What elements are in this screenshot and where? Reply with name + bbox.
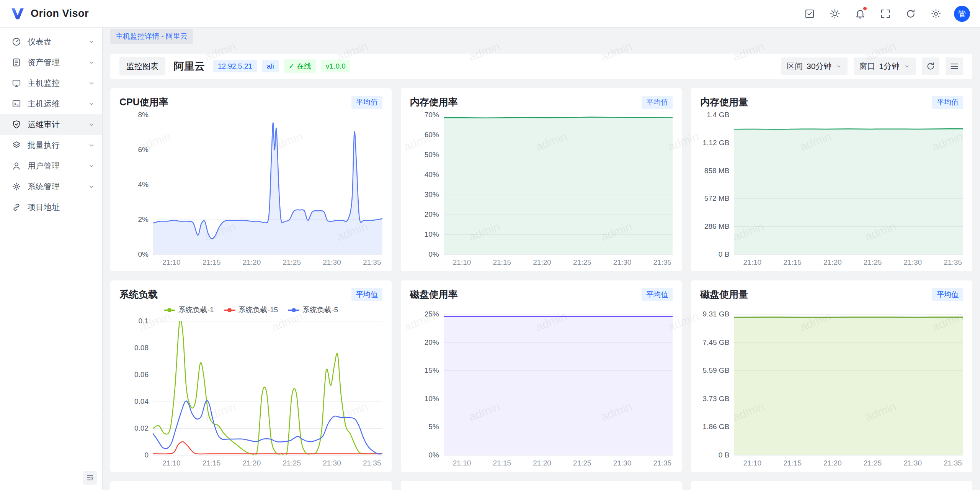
monitor-chart-button[interactable]: 监控图表 xyxy=(119,57,165,75)
x-axis-labels: 21:1021:1521:2021:2521:3021:35 xyxy=(444,254,673,267)
chart-title: 磁盘使用量 xyxy=(700,288,748,301)
sidebar-item-label: 仪表盘 xyxy=(28,36,88,47)
interval-select[interactable]: 区间30分钟 xyxy=(781,57,848,75)
fullscreen-icon xyxy=(880,8,891,20)
chart-card-partial xyxy=(401,481,682,490)
chevron-down-icon xyxy=(88,183,95,190)
sidebar-item-audit[interactable]: 运维审计 xyxy=(0,114,102,135)
theme-icon xyxy=(829,8,841,20)
chart-plot-area xyxy=(734,314,963,455)
sidebar-item-host-ops[interactable]: 主机运维 xyxy=(0,93,102,114)
legend-marker-icon xyxy=(288,308,299,312)
notifications-button[interactable] xyxy=(852,6,868,22)
refresh-button[interactable] xyxy=(903,6,919,22)
aggregation-tag: 平均值 xyxy=(642,96,673,109)
page-body: 监控图表 阿里云 12.92.5.21ali✓ 在线v1.0.0 区间30分钟窗… xyxy=(103,54,980,490)
settings-button[interactable] xyxy=(928,6,944,22)
sidebar-item-label: 主机监控 xyxy=(28,78,88,88)
notification-badge xyxy=(863,7,867,10)
sidebar-item-label: 主机运维 xyxy=(28,98,88,109)
legend-item[interactable]: 系统负载-15 xyxy=(224,305,278,315)
window-select[interactable]: 窗口1分钟 xyxy=(854,57,916,75)
legend-label: 系统负载-15 xyxy=(238,305,278,315)
chart-card: 磁盘使用量平均值9.31 GB7.45 GB5.59 GB3.73 GB1.86… xyxy=(691,280,972,472)
legend-item[interactable]: 系统负载-5 xyxy=(288,305,338,315)
chart-legend: 系统负载-1系统负载-15系统负载-5 xyxy=(119,305,382,315)
check-square-button[interactable] xyxy=(802,6,818,22)
chart-plot-area xyxy=(444,314,673,455)
check-square-icon xyxy=(804,8,815,20)
aggregation-tag: 平均值 xyxy=(932,96,963,109)
refresh-icon xyxy=(905,8,916,20)
legend-marker-icon xyxy=(164,308,175,312)
user-avatar[interactable]: 管 xyxy=(954,6,970,22)
asset-icon xyxy=(11,57,21,67)
host-ops-icon xyxy=(11,99,21,109)
chart-card-partial xyxy=(110,481,392,490)
sidebar-item-asset[interactable]: 资产管理 xyxy=(0,52,102,73)
settings-icon xyxy=(930,8,942,20)
menu-button[interactable] xyxy=(946,57,963,75)
topbar-right: 管 xyxy=(802,6,970,22)
select-label: 窗口 xyxy=(859,61,875,72)
legend-item[interactable]: 系统负载-1 xyxy=(164,305,214,315)
breadcrumb-item[interactable]: 主机监控详情 - 阿里云 xyxy=(110,29,193,44)
fullscreen-button[interactable] xyxy=(877,6,893,22)
chevron-down-icon xyxy=(835,63,842,70)
chart-series-svg xyxy=(153,115,382,254)
app-logo-icon xyxy=(10,6,25,21)
chart-title: 内存使用率 xyxy=(410,96,458,108)
sidebar-item-dashboard[interactable]: 仪表盘 xyxy=(0,31,102,52)
chevron-down-icon xyxy=(88,121,95,128)
chart-series-svg xyxy=(444,314,673,455)
link-icon xyxy=(11,202,21,212)
chevron-down-icon xyxy=(903,63,910,70)
select-value: 30分钟 xyxy=(807,61,831,72)
chevron-down-icon xyxy=(88,100,95,108)
topbar-actions xyxy=(802,6,944,22)
chart-title: 内存使用量 xyxy=(700,96,748,108)
refresh-button[interactable] xyxy=(922,57,939,75)
y-axis-labels: 8%6%4%2%0% xyxy=(119,115,153,254)
sidebar-item-host-monitor[interactable]: 主机监控 xyxy=(0,73,102,93)
x-axis-labels: 21:1021:1521:2021:2521:3021:35 xyxy=(444,455,673,468)
sidebar-item-label: 资产管理 xyxy=(28,57,88,68)
chevron-down-icon xyxy=(88,79,95,87)
chart-card: 内存使用量平均值1.4 GB1.12 GB858 MB572 MB286 MB0… xyxy=(691,88,972,271)
topbar: Orion Visor 管 xyxy=(0,0,980,28)
chevron-down-icon xyxy=(88,162,95,170)
theme-button[interactable] xyxy=(827,6,843,22)
chart-title: 系统负载 xyxy=(119,288,158,301)
main-content: 主机监控详情 - 阿里云 监控图表 阿里云 12.92.5.21ali✓ 在线v… xyxy=(103,28,980,490)
host-tag: ✓ 在线 xyxy=(284,59,316,73)
chevron-down-icon xyxy=(88,59,95,66)
y-axis-labels: 1.4 GB1.12 GB858 MB572 MB286 MB0 B xyxy=(700,115,734,254)
sidebar-item-label: 用户管理 xyxy=(28,161,88,171)
chart-series-svg xyxy=(153,321,382,455)
chart-plot-area xyxy=(153,115,382,254)
host-tag: 12.92.5.21 xyxy=(213,60,257,72)
select-label: 区间 xyxy=(787,61,803,72)
sidebar-collapse-button[interactable] xyxy=(83,471,97,485)
system-icon xyxy=(11,182,21,192)
chart-series-svg xyxy=(444,115,673,254)
sidebar-item-batch[interactable]: 批量执行 xyxy=(0,135,102,156)
sidebar: 仪表盘资产管理主机监控主机运维运维审计批量执行用户管理系统管理项目地址 xyxy=(0,28,103,490)
chart-title: 磁盘使用率 xyxy=(410,288,458,301)
host-tags: 12.92.5.21ali✓ 在线v1.0.0 xyxy=(213,59,350,73)
user-icon xyxy=(11,161,21,171)
sidebar-item-link[interactable]: 项目地址 xyxy=(0,197,102,218)
charts-grid: CPU使用率平均值8%6%4%2%0%21:1021:1521:2021:252… xyxy=(110,88,972,490)
batch-icon xyxy=(11,140,21,150)
chart-card: 系统负载平均值系统负载-1系统负载-15系统负载-50.10.080.060.0… xyxy=(110,280,392,472)
chart-title: CPU使用率 xyxy=(119,96,168,108)
select-value: 1分钟 xyxy=(879,61,900,72)
sidebar-item-system[interactable]: 系统管理 xyxy=(0,176,102,197)
audit-icon xyxy=(11,120,21,129)
chart-plot-area xyxy=(444,115,673,254)
sidebar-item-user[interactable]: 用户管理 xyxy=(0,156,102,176)
y-axis-labels: 9.31 GB7.45 GB5.59 GB3.73 GB1.86 GB0 B xyxy=(700,314,734,455)
chevron-down-icon xyxy=(88,141,95,149)
chart-plot-area xyxy=(734,115,963,254)
breadcrumb: 主机监控详情 - 阿里云 xyxy=(103,28,980,45)
